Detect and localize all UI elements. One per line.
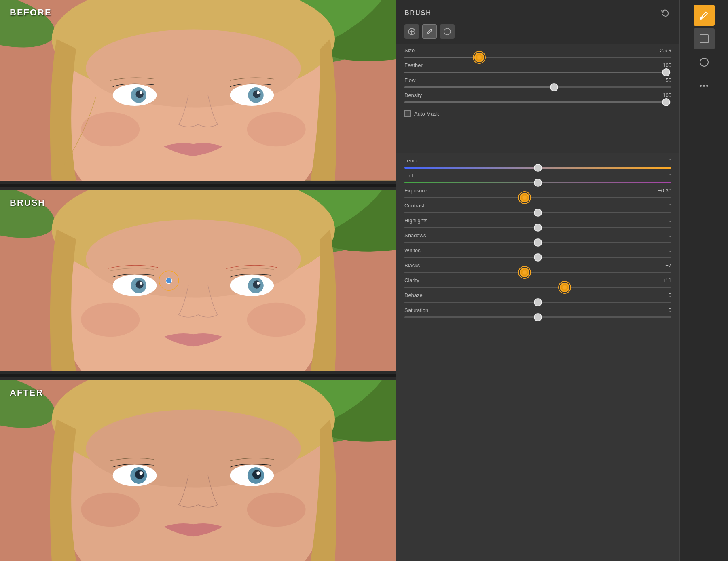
svg-point-11 [140,91,142,94]
dehaze-track[interactable] [404,302,671,303]
highlights-value: 0 [669,217,671,224]
tint-thumb[interactable] [534,179,542,187]
temp-track[interactable] [404,167,671,169]
dehaze-thumb[interactable] [534,298,542,306]
size-thumb[interactable] [474,53,484,62]
whites-slider-row: Whites 0 [404,247,671,258]
size-label: Size [404,47,415,53]
brush-header-icons [658,6,671,19]
saturation-thumb[interactable] [534,313,542,321]
saturation-slider-row: Saturation 0 [404,307,671,318]
svg-point-15 [257,91,260,94]
svg-point-53 [256,471,260,475]
dropdown-arrow: ▾ [669,48,671,53]
blacks-slider-row: Blacks −7 [404,262,671,273]
temp-thumb[interactable] [534,164,542,172]
paint-tool-button[interactable] [694,5,715,26]
circle-tool-button[interactable] [694,52,715,73]
blacks-thumb[interactable] [520,268,529,277]
dehaze-slider-row: Dehaze 0 [404,292,671,303]
svg-point-32 [253,280,260,288]
right-panel: BRUSH [396,0,728,561]
highlights-track[interactable] [404,227,671,228]
tint-label: Tint [404,173,413,179]
whites-value: 0 [669,247,671,253]
adjustments-section: Temp 0 Tint 0 [396,153,679,561]
flow-fill [404,86,554,88]
tint-track[interactable] [404,182,671,183]
highlights-slider-row: Highlights 0 [404,217,671,228]
brush-label: BRUSH [10,198,45,208]
section-divider [396,151,679,151]
brush-photo-section: BRUSH [0,190,396,371]
svg-point-63 [700,58,708,66]
feather-label: Feather [404,62,423,68]
size-dropdown[interactable]: 2.9 ▾ [660,47,671,53]
size-value: 2.9 [660,47,667,53]
brush-sliders: Size 2.9 ▾ Feather 100 [396,44,679,149]
whites-track[interactable] [404,257,671,258]
dot-3 [706,85,708,87]
highlights-label: Highlights [404,217,427,224]
contrast-track[interactable] [404,212,671,213]
eraser-button[interactable] [440,24,455,39]
add-mask-button[interactable] [404,24,419,39]
controls-panel: BRUSH [396,0,679,561]
svg-point-52 [252,470,261,479]
flow-track[interactable] [404,86,671,88]
exposure-slider-row: Exposure −0.30 [404,188,671,198]
whites-thumb[interactable] [534,253,542,262]
undo-icon[interactable] [658,6,671,19]
svg-point-54 [81,493,140,527]
svg-point-10 [135,90,143,98]
clarity-value: +11 [662,277,671,283]
size-slider-row: Size 2.9 ▾ [404,47,671,58]
whites-label: Whites [404,247,421,253]
dot-2 [703,85,705,87]
exposure-thumb[interactable] [520,193,529,202]
size-track[interactable] [404,57,671,58]
exposure-track[interactable] [404,197,671,198]
flow-thumb[interactable] [550,83,558,91]
clarity-track[interactable] [404,287,671,288]
density-track[interactable] [404,101,671,103]
svg-point-29 [140,281,142,284]
tint-slider-row: Tint 0 [404,173,671,183]
svg-point-16 [81,112,140,147]
temp-slider-row: Temp 0 [404,158,671,169]
saturation-track[interactable] [404,316,671,318]
svg-point-17 [247,112,306,147]
shadows-track[interactable] [404,242,671,243]
dehaze-label: Dehaze [404,292,423,298]
blacks-track[interactable] [404,272,671,273]
contrast-value: 0 [669,202,671,209]
svg-point-35 [247,302,306,337]
square-tool-button[interactable] [694,28,715,49]
paint-brush-button[interactable] [422,24,437,39]
highlights-thumb[interactable] [534,224,542,232]
feather-thumb[interactable] [662,68,670,76]
feather-fill [404,72,666,73]
shadows-value: 0 [669,232,671,238]
blacks-label: Blacks [404,262,420,268]
svg-point-59 [427,33,428,34]
density-slider-row: Density 100 [404,92,671,103]
saturation-value: 0 [669,307,671,313]
shadows-thumb[interactable] [534,238,542,247]
before-photo-section: BEFORE [0,0,396,181]
contrast-thumb[interactable] [534,209,542,217]
contrast-slider-row: Contrast 0 [404,202,671,213]
svg-point-48 [135,470,144,479]
right-tools-panel [679,0,728,561]
clarity-slider-row: Clarity +11 [404,277,671,288]
temp-label: Temp [404,158,417,164]
auto-mask-checkbox[interactable] [404,110,411,117]
feather-slider-row: Feather 100 [404,62,671,73]
clarity-thumb[interactable] [560,283,569,292]
svg-point-28 [135,280,143,288]
density-thumb[interactable] [662,98,670,106]
svg-point-37 [166,278,171,283]
more-tools-button[interactable] [694,75,715,96]
feather-track[interactable] [404,72,671,73]
exposure-label: Exposure [404,188,427,194]
